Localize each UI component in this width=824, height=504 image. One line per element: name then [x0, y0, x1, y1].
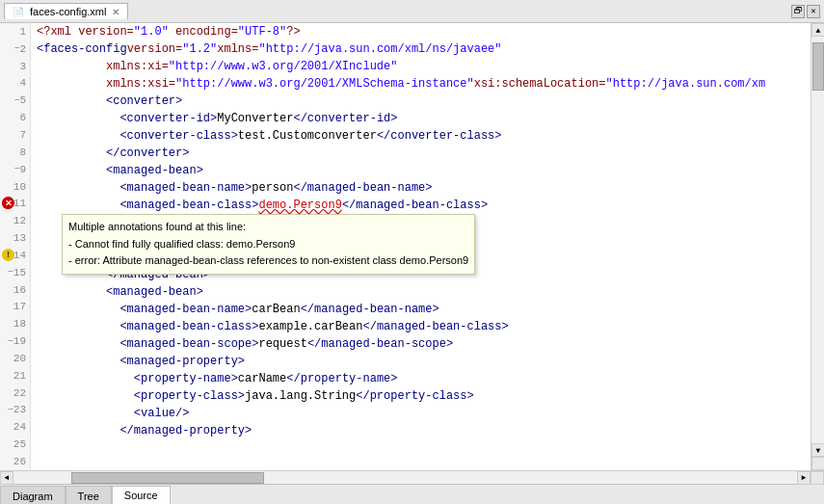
file-name: faces-config.xml [30, 6, 106, 17]
line-num-7: 7 [0, 126, 30, 144]
code-line-19: <managed-bean-name>carBean</managed-bean… [31, 301, 824, 318]
scroll-track-h[interactable] [13, 472, 797, 484]
code-line-25: <value/> [31, 405, 824, 422]
vertical-scrollbar[interactable]: ▲ ▼ [811, 23, 824, 470]
code-line-23: <property-name>carName</property-name> [31, 370, 824, 387]
line-gutter: 1 −2 3 4 −5 6 7 8 −9 10 ✕11 12 13 !14 −1… [0, 23, 31, 470]
line-num-14: !14 [0, 247, 30, 264]
editor-container: 1 −2 3 4 −5 6 7 8 −9 10 ✕11 12 13 !14 −1… [0, 23, 824, 470]
tab-diagram[interactable]: Diagram [0, 486, 66, 504]
code-line-22: <managed-property> [31, 353, 824, 370]
line-num-11: ✕11 [0, 195, 30, 212]
line-num-5: −5 [0, 92, 30, 109]
line-num-6: 6 [0, 109, 30, 126]
scroll-right-arrow[interactable]: ► [797, 471, 811, 485]
line-num-4: 4 [0, 75, 30, 93]
code-line-9: <managed-bean> [31, 162, 824, 179]
line-num-12: 12 [0, 212, 30, 229]
file-tab[interactable]: 📄 faces-config.xml ✕ [4, 3, 128, 19]
code-line-18: <managed-bean> [31, 283, 824, 301]
line-num-16: 16 [0, 281, 30, 299]
title-bar: 📄 faces-config.xml ✕ 🗗 ✕ [0, 0, 824, 23]
scroll-thumb-h[interactable] [71, 472, 264, 484]
code-line-7: <converter-class>test.Customconverter</c… [31, 127, 824, 145]
code-line-3: xmlns:xi="http://www.w3.org/2001/XInclud… [31, 58, 824, 75]
scroll-left-arrow[interactable]: ◄ [0, 471, 13, 485]
scroll-corner-h [811, 471, 824, 485]
close-window-button[interactable]: ✕ [807, 5, 820, 18]
code-line-4: xmlns:xsi="http://www.w3.org/2001/XMLSch… [31, 75, 824, 93]
code-line-8: </converter> [31, 145, 824, 162]
scroll-corner [811, 457, 824, 470]
code-line-21: <managed-bean-scope>request</managed-bea… [31, 335, 824, 353]
xml-file-icon: 📄 [13, 7, 24, 17]
code-line-26: </managed-property> [31, 422, 824, 439]
restore-button[interactable]: 🗗 [791, 5, 805, 18]
line-num-10: 10 [0, 178, 30, 196]
tooltip-item-1: - Cannot find fully qualified class: dem… [68, 236, 468, 253]
line-num-15: −15 [0, 264, 30, 281]
tab-tree[interactable]: Tree [66, 486, 112, 504]
scroll-up-arrow[interactable]: ▲ [811, 23, 824, 37]
horizontal-scrollbar[interactable]: ◄ ► [0, 470, 824, 484]
line-num-21: 21 [0, 367, 30, 385]
line-num-1: 1 [0, 23, 30, 40]
code-line-20: <managed-bean-class>example.carBean</man… [31, 318, 824, 335]
line-num-17: 17 [0, 299, 30, 316]
line-num-18: 18 [0, 315, 30, 332]
line-num-8: 8 [0, 144, 30, 161]
code-line-6: <converter-id>MyConverter</converter-id> [31, 110, 824, 127]
bottom-tab-bar: Diagram Tree Source [0, 484, 824, 504]
line-num-23: −23 [0, 402, 30, 419]
window-controls: 🗗 ✕ [791, 5, 820, 18]
line-num-2: −2 [0, 40, 30, 58]
warning-icon-14: ! [2, 249, 14, 261]
error-tooltip: Multiple annotations found at this line:… [62, 214, 475, 275]
line-num-24: 24 [0, 418, 30, 436]
code-lines: <?xml version="1.0" encoding="UTF-8"?> <… [31, 23, 824, 439]
close-tab-button[interactable]: ✕ [112, 7, 120, 17]
line-num-22: 22 [0, 385, 30, 402]
scroll-thumb-v[interactable] [812, 42, 824, 91]
tooltip-title: Multiple annotations found at this line: [68, 219, 468, 236]
code-line-1: <?xml version="1.0" encoding="UTF-8"?> [31, 23, 824, 40]
line-num-20: 20 [0, 350, 30, 367]
code-line-2: <faces-config version="1.2" xmlns="http:… [31, 40, 824, 58]
code-line-24: <property-class>java.lang.String</proper… [31, 387, 824, 405]
line-num-3: 3 [0, 58, 30, 75]
line-num-13: 13 [0, 229, 30, 247]
line-num-25: 25 [0, 436, 30, 453]
line-num-26: 26 [0, 453, 30, 470]
code-line-5: <converter> [31, 93, 824, 110]
code-line-11: <managed-bean-class>demo.Person9</manage… [31, 197, 824, 214]
line-num-9: −9 [0, 161, 30, 178]
tooltip-item-2: - error: Attribute managed-bean-class re… [68, 252, 468, 270]
scroll-down-arrow[interactable]: ▼ [811, 443, 824, 457]
code-editor[interactable]: <?xml version="1.0" encoding="UTF-8"?> <… [31, 23, 824, 470]
line-num-19: −19 [0, 332, 30, 350]
tab-source[interactable]: Source [112, 486, 171, 504]
code-line-10: <managed-bean-name>person</managed-bean-… [31, 179, 824, 197]
